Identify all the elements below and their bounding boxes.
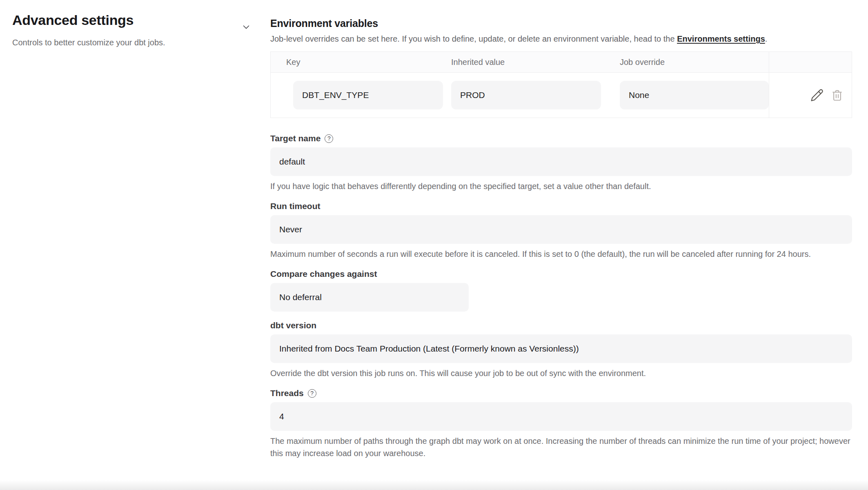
- field-run-timeout: Run timeout Never Maximum number of seco…: [270, 201, 852, 260]
- env-var-inherited-value: PROD: [451, 81, 601, 109]
- threads-helper: The maximum number of paths through the …: [270, 435, 852, 459]
- page-subtitle: Controls to better customize your dbt jo…: [12, 37, 251, 48]
- env-vars-table-header: Key Inherited value Job override: [271, 52, 852, 73]
- env-vars-description-text: Job-level overrides can be set here. If …: [270, 34, 677, 43]
- edit-icon: [810, 97, 824, 103]
- threads-label: Threads ?: [270, 388, 852, 398]
- env-var-inherited-cell: PROD: [443, 73, 611, 118]
- run-timeout-label-text: Run timeout: [270, 201, 320, 211]
- threads-input[interactable]: 4: [270, 402, 852, 431]
- env-var-override-value: None: [620, 81, 769, 109]
- dbt-version-input[interactable]: Inherited from Docs Team Production (Lat…: [270, 334, 852, 363]
- delete-env-var-button[interactable]: [831, 89, 844, 102]
- target-name-value: default: [279, 157, 305, 167]
- settings-form-panel: Environment variables Job-level override…: [260, 0, 868, 459]
- env-vars-title: Environment variables: [270, 17, 852, 29]
- help-icon[interactable]: ?: [308, 389, 316, 398]
- target-name-input[interactable]: default: [270, 147, 852, 176]
- table-row: DBT_ENV_TYPE PROD None: [271, 73, 852, 118]
- section-intro-panel: Advanced settings Controls to better cus…: [0, 0, 260, 459]
- chevron-down-icon: [242, 27, 251, 33]
- field-compare-changes-against: Compare changes against No deferral: [270, 269, 852, 312]
- threads-label-text: Threads: [270, 388, 304, 398]
- field-dbt-version: dbt version Inherited from Docs Team Pro…: [270, 321, 852, 379]
- dbt-version-value: Inherited from Docs Team Production (Lat…: [279, 344, 579, 354]
- compare-changes-label: Compare changes against: [270, 269, 852, 279]
- target-name-helper: If you have logic that behaves different…: [270, 180, 852, 192]
- run-timeout-value: Never: [279, 225, 302, 234]
- dbt-version-label: dbt version: [270, 321, 852, 330]
- compare-changes-label-text: Compare changes against: [270, 269, 377, 279]
- section-intro-header: Advanced settings: [12, 12, 251, 31]
- help-icon[interactable]: ?: [325, 134, 333, 143]
- env-var-actions-cell: [769, 73, 852, 118]
- delete-icon: [831, 97, 844, 103]
- env-var-override-cell: None: [611, 73, 769, 118]
- collapse-section-button[interactable]: [242, 22, 251, 31]
- column-header-inherited-value: Inherited value: [443, 52, 611, 72]
- compare-changes-value: No deferral: [279, 292, 322, 302]
- column-header-actions: [769, 52, 852, 72]
- env-vars-description-period: .: [765, 34, 768, 43]
- environments-settings-link[interactable]: Environments settings: [677, 34, 765, 43]
- compare-changes-select[interactable]: No deferral: [270, 283, 469, 312]
- edit-env-var-button[interactable]: [810, 88, 824, 102]
- env-var-key-cell: DBT_ENV_TYPE: [271, 73, 443, 118]
- dbt-version-label-text: dbt version: [270, 321, 316, 330]
- dbt-version-helper: Override the dbt version this job runs o…: [270, 367, 852, 379]
- env-vars-table: Key Inherited value Job override DBT_ENV…: [270, 51, 852, 118]
- threads-value: 4: [279, 412, 284, 421]
- target-name-label-text: Target name: [270, 134, 320, 143]
- advanced-settings-page: Advanced settings Controls to better cus…: [0, 0, 868, 459]
- run-timeout-input[interactable]: Never: [270, 215, 852, 244]
- column-header-job-override: Job override: [611, 52, 769, 72]
- run-timeout-helper: Maximum number of seconds a run will exe…: [270, 248, 852, 260]
- field-target-name: Target name ? default If you have logic …: [270, 134, 852, 192]
- run-timeout-label: Run timeout: [270, 201, 852, 211]
- env-vars-description: Job-level overrides can be set here. If …: [270, 33, 852, 45]
- field-threads: Threads ? 4 The maximum number of paths …: [270, 388, 852, 459]
- column-header-key: Key: [271, 52, 443, 72]
- target-name-label: Target name ?: [270, 134, 852, 143]
- page-title: Advanced settings: [12, 12, 134, 28]
- scroll-edge-shadow: [0, 480, 868, 490]
- env-var-key-value: DBT_ENV_TYPE: [293, 81, 443, 109]
